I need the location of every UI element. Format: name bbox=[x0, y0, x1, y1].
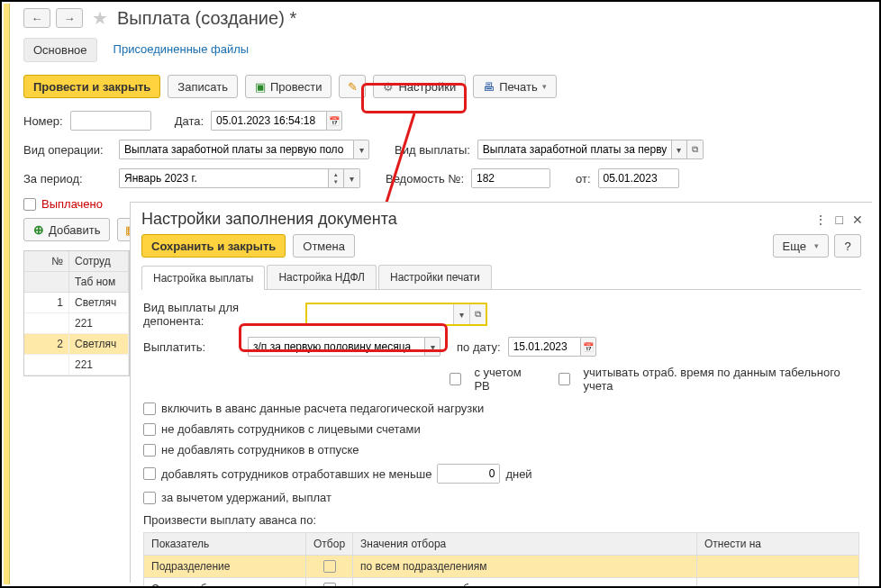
tabel-label: учитывать отраб. время по данным табельн… bbox=[583, 366, 859, 393]
col-filter-values[interactable]: Значения отбора bbox=[353, 533, 697, 556]
sheet-label: Ведомость №: bbox=[386, 172, 464, 185]
tab-main[interactable]: Основное bbox=[23, 38, 97, 62]
employees-grid[interactable]: № Сотруд Таб ном 1 Светляч 221 2 Светляч bbox=[23, 250, 130, 376]
pencil-icon: ✎ bbox=[348, 80, 358, 94]
table-row[interactable]: Статус работы по всем статусам работы bbox=[144, 578, 859, 589]
chevron-down-icon[interactable]: ▾ bbox=[353, 140, 369, 159]
more-button[interactable]: Еще▾ bbox=[773, 234, 829, 258]
window-restore-icon[interactable]: □ bbox=[836, 213, 843, 227]
from-date-input[interactable] bbox=[598, 168, 679, 188]
pay-type-label: Вид выплаты: bbox=[395, 143, 470, 157]
chk-minus-deductions[interactable] bbox=[143, 492, 156, 504]
cancel-button[interactable]: Отмена bbox=[293, 234, 355, 258]
table-row[interactable]: 221 bbox=[24, 355, 129, 375]
print-button[interactable]: 🖶Печать▾ bbox=[473, 75, 557, 98]
table-row[interactable]: 1 Светляч bbox=[24, 293, 129, 313]
avans-heading: Произвести выплату аванса по: bbox=[143, 513, 859, 527]
chk-min-days[interactable] bbox=[143, 467, 156, 480]
printer-icon: 🖶 bbox=[483, 80, 495, 94]
help-button[interactable]: ? bbox=[834, 234, 861, 258]
tabel-checkbox[interactable] bbox=[559, 373, 570, 385]
menu-icon[interactable]: ⋮ bbox=[814, 213, 827, 227]
date-input[interactable] bbox=[211, 111, 326, 131]
edit-icon-button[interactable]: ✎ bbox=[339, 75, 366, 98]
rv-checkbox[interactable] bbox=[450, 373, 461, 385]
plus-icon: ⊕ bbox=[33, 222, 44, 237]
to-date-input[interactable] bbox=[508, 337, 580, 357]
tab-payout-settings[interactable]: Настройка выплаты bbox=[141, 266, 265, 290]
settings-dialog: Настройки заполнения документа ⋮ □ ✕ Сох… bbox=[130, 202, 872, 583]
settings-button[interactable]: ⚙Настройки bbox=[373, 75, 466, 98]
chk-ped-load[interactable] bbox=[143, 403, 156, 415]
page-title: Выплата (создание) * bbox=[117, 8, 296, 29]
post-and-close-button[interactable]: Провести и закрыть bbox=[23, 75, 160, 98]
add-button[interactable]: ⊕Добавить bbox=[23, 218, 110, 241]
col-tab-number[interactable]: Таб ном bbox=[69, 272, 129, 293]
close-icon[interactable]: ✕ bbox=[852, 213, 863, 227]
filter-checkbox[interactable] bbox=[323, 583, 336, 588]
col-employee[interactable]: Сотруд bbox=[69, 251, 129, 272]
nav-back-button[interactable]: ← bbox=[23, 8, 50, 28]
pay-mode-input[interactable] bbox=[248, 337, 424, 357]
save-button[interactable]: Записать bbox=[168, 75, 238, 98]
spinner-up-icon[interactable]: ▴▾ bbox=[328, 168, 344, 188]
deponent-label: Вид выплаты для депонента: bbox=[143, 301, 298, 328]
dialog-title: Настройки заполнения документа bbox=[141, 210, 814, 229]
pay-label: Выплатить: bbox=[143, 340, 241, 354]
calendar-icon[interactable]: 📅 bbox=[580, 337, 596, 357]
avans-filter-table[interactable]: Показатель Отбор Значения отбора Отнести… bbox=[143, 532, 859, 588]
from-label: от: bbox=[576, 172, 591, 185]
tab-print-settings[interactable]: Настройки печати bbox=[378, 265, 492, 289]
op-type-input[interactable] bbox=[119, 140, 353, 159]
open-icon[interactable]: ⧉ bbox=[687, 140, 704, 159]
sheet-input[interactable] bbox=[471, 168, 550, 188]
tab-files[interactable]: Присоединенные файлы bbox=[110, 38, 253, 62]
pay-type-input[interactable] bbox=[477, 140, 671, 159]
calendar-icon[interactable]: 📅 bbox=[326, 111, 342, 131]
days-input[interactable] bbox=[437, 464, 500, 484]
period-label: За период: bbox=[23, 172, 112, 185]
chevron-down-icon[interactable]: ▾ bbox=[344, 168, 360, 188]
number-label: Номер: bbox=[23, 114, 63, 128]
date-label: Дата: bbox=[175, 114, 204, 128]
chevron-down-icon[interactable]: ▾ bbox=[424, 337, 440, 357]
gear-icon: ⚙ bbox=[383, 80, 394, 94]
tab-ndfl-settings[interactable]: Настройка НДФЛ bbox=[267, 265, 377, 289]
nav-forward-button[interactable]: → bbox=[56, 8, 83, 28]
paid-label: Выплачено bbox=[41, 197, 103, 211]
chk-no-accounts[interactable] bbox=[143, 423, 156, 436]
col-number[interactable]: № bbox=[24, 251, 69, 272]
table-row[interactable]: 221 bbox=[24, 313, 129, 334]
filter-checkbox[interactable] bbox=[323, 560, 336, 573]
rv-label: с учетом РВ bbox=[474, 366, 537, 393]
to-date-label: по дату: bbox=[457, 340, 501, 354]
chk-no-vacation[interactable] bbox=[143, 444, 156, 457]
chevron-down-icon: ▾ bbox=[814, 241, 819, 250]
deponent-input[interactable] bbox=[307, 304, 453, 324]
post-button[interactable]: ▣Провести bbox=[245, 75, 332, 98]
op-type-label: Вид операции: bbox=[23, 143, 112, 157]
chevron-down-icon[interactable]: ▾ bbox=[453, 304, 469, 324]
chevron-down-icon: ▾ bbox=[542, 82, 547, 91]
number-input[interactable] bbox=[70, 111, 151, 131]
star-icon[interactable]: ★ bbox=[92, 7, 108, 29]
col-indicator[interactable]: Показатель bbox=[144, 533, 306, 556]
table-row[interactable]: 2 Светляч bbox=[24, 334, 129, 355]
post-icon: ▣ bbox=[255, 80, 266, 94]
save-and-close-button[interactable]: Сохранить и закрыть bbox=[141, 234, 286, 258]
col-filter[interactable]: Отбор bbox=[306, 533, 353, 556]
period-input[interactable] bbox=[119, 168, 328, 188]
open-icon[interactable]: ⧉ bbox=[469, 304, 486, 324]
chevron-down-icon[interactable]: ▾ bbox=[671, 140, 687, 159]
col-assign-to[interactable]: Отнести на bbox=[697, 533, 859, 556]
table-row[interactable]: Подразделение по всем подразделениям bbox=[144, 556, 859, 578]
paid-checkbox[interactable] bbox=[23, 198, 36, 211]
